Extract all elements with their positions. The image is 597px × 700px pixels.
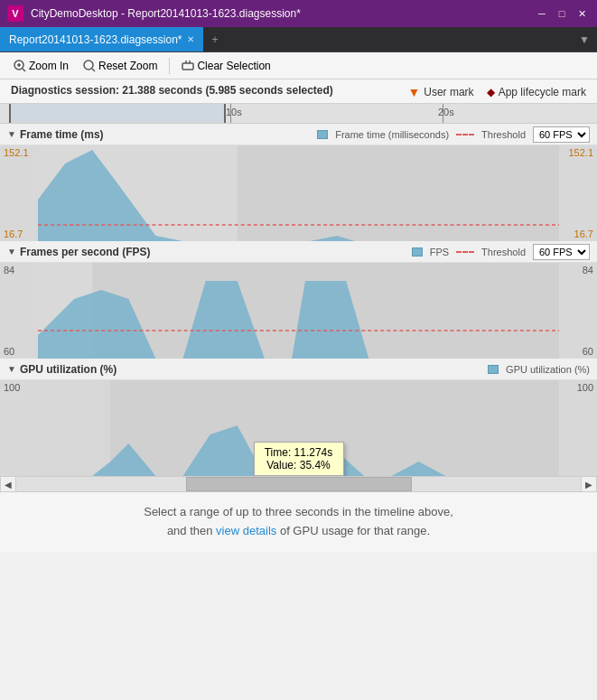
frame-time-svg — [38, 145, 559, 241]
zoom-in-button[interactable]: Zoom In — [7, 57, 75, 75]
info-bar: Diagnostics session: 21.388 seconds (5.9… — [0, 79, 597, 104]
gpu-title: ▼ GPU utilization (%) — [7, 363, 117, 376]
zoom-in-icon — [14, 60, 26, 72]
fps-svg — [38, 263, 559, 359]
gpu-legend: GPU utilization (%) — [488, 364, 590, 375]
tab-scroll-button[interactable]: ▼ — [572, 27, 597, 51]
frame-time-header: ▼ Frame time (ms) Frame time (millisecon… — [0, 124, 597, 145]
gpu-legend-box — [488, 365, 499, 374]
frame-time-y-bottom: 16.7 — [4, 229, 34, 239]
tab-bar: Report20141013-1623.diagsession* ✕ + ▼ — [0, 27, 597, 52]
title-bar: V CityDemoDesktop - Report20141013-1623.… — [0, 0, 597, 27]
toolbar: Zoom In Reset Zoom Clear Selection — [0, 52, 597, 79]
fps-y-mid-right: 60 — [563, 346, 593, 357]
frame-time-title: ▼ Frame time (ms) — [7, 128, 104, 141]
svg-line-5 — [92, 69, 95, 71]
user-mark-legend: ▼ User mark — [407, 85, 473, 99]
session-info: Diagnostics session: 21.388 seconds (5.9… — [11, 83, 333, 98]
user-mark-label: User mark — [424, 86, 473, 98]
tab-close-button[interactable]: ✕ — [187, 34, 194, 44]
vs-icon: V — [7, 5, 23, 22]
gpu-header: ▼ GPU utilization (%) GPU utilization (%… — [0, 359, 597, 380]
scrollbar[interactable]: ◀ ▶ — [0, 476, 597, 492]
scroll-track[interactable] — [16, 477, 581, 491]
view-details-link[interactable]: view details — [216, 524, 276, 537]
gpu-y-top: 100 — [4, 382, 34, 393]
fps-header: ▼ Frames per second (FPS) FPS Threshold … — [0, 241, 597, 263]
svg-line-3 — [23, 69, 25, 71]
frame-time-legend-box — [317, 130, 328, 139]
frame-time-y-top-right: 152.1 — [563, 147, 593, 158]
fps-threshold-icon — [456, 251, 474, 253]
gpu-y-left: 100 — [0, 380, 38, 476]
fps-body: 84 60 84 60 — [0, 263, 597, 359]
app-lifecycle-label: App lifecycle mark — [499, 86, 586, 98]
reset-zoom-label: Reset Zoom — [98, 60, 157, 72]
scroll-thumb[interactable] — [186, 477, 412, 491]
clear-selection-button[interactable]: Clear Selection — [175, 57, 276, 75]
frame-time-y-bottom-right: 16.7 — [563, 229, 593, 239]
gpu-body: 100 100 Time: 11.274s Value: 35.4% — [0, 380, 597, 476]
fps-collapse[interactable]: ▼ — [7, 247, 16, 257]
frame-time-y-left: 152.1 16.7 — [0, 145, 38, 241]
bottom-line2: and then view details of GPU usage for t… — [18, 522, 579, 541]
minimize-button[interactable]: ─ — [534, 5, 550, 22]
active-tab[interactable]: Report20141013-1623.diagsession* ✕ — [0, 27, 204, 51]
bottom-description: Select a range of up to three seconds in… — [0, 492, 597, 552]
fps-y-left: 84 60 — [0, 263, 38, 359]
svg-rect-6 — [182, 63, 193, 70]
gpu-y-right: 100 — [559, 380, 597, 476]
frame-time-fps-select[interactable]: 60 FPS 30 FPS — [533, 126, 590, 143]
frame-time-collapse[interactable]: ▼ — [7, 129, 16, 139]
tab-label: Report20141013-1623.diagsession* — [9, 33, 182, 46]
threshold-dashed-icon — [456, 134, 474, 135]
ruler-label-10s: 10s — [226, 107, 242, 117]
bottom-line1: Select a range of up to three seconds in… — [18, 503, 579, 522]
selection-region — [9, 104, 226, 123]
gpu-y-top-right: 100 — [563, 382, 593, 393]
legend: ▼ User mark ◆ App lifecycle mark — [407, 83, 586, 99]
clear-selection-label: Clear Selection — [197, 60, 270, 72]
frame-time-body: 152.1 16.7 152.1 16.7 — [0, 145, 597, 241]
tooltip-value: Value: 35.4% — [264, 459, 334, 471]
fps-y-right: 84 60 — [559, 263, 597, 359]
window-controls: ─ □ ✕ — [534, 5, 590, 22]
frame-time-panel: ▼ Frame time (ms) Frame time (millisecon… — [0, 124, 597, 241]
timeline-ruler[interactable]: 10s 20s — [0, 104, 597, 124]
app-lifecycle-icon: ◆ — [487, 86, 495, 98]
scroll-left-button[interactable]: ◀ — [0, 476, 16, 492]
toolbar-separator — [169, 58, 170, 74]
fps-title: ▼ Frames per second (FPS) — [7, 246, 151, 258]
gpu-panel: ▼ GPU utilization (%) GPU utilization (%… — [0, 359, 597, 476]
reset-zoom-icon — [83, 60, 96, 72]
window-title: CityDemoDesktop - Report20141013-1623.di… — [31, 7, 527, 20]
fps-panel: ▼ Frames per second (FPS) FPS Threshold … — [0, 241, 597, 359]
ruler-label-20s: 20s — [438, 107, 454, 117]
gpu-collapse[interactable]: ▼ — [7, 364, 16, 374]
zoom-in-label: Zoom In — [29, 60, 69, 72]
user-mark-icon: ▼ — [407, 85, 420, 99]
svg-rect-18 — [38, 380, 110, 476]
chart-tooltip: Time: 11.274s Value: 35.4% — [254, 442, 344, 476]
reset-zoom-button[interactable]: Reset Zoom — [77, 57, 163, 75]
clear-selection-icon — [182, 60, 194, 72]
frame-time-y-top: 152.1 — [4, 147, 34, 158]
app-lifecycle-legend: ◆ App lifecycle mark — [487, 86, 586, 98]
fps-y-top: 84 — [4, 265, 34, 275]
fps-y-mid: 60 — [4, 346, 34, 357]
maximize-button[interactable]: □ — [554, 5, 570, 22]
fps-legend-box — [412, 247, 423, 257]
fps-y-top-right: 84 — [563, 265, 593, 275]
svg-point-4 — [84, 61, 93, 70]
scroll-right-button[interactable]: ▶ — [581, 476, 597, 492]
frame-time-y-right: 152.1 16.7 — [559, 145, 597, 241]
tab-add-button[interactable]: + — [204, 27, 225, 51]
tooltip-time: Time: 11.274s — [264, 446, 334, 459]
frame-time-legend: Frame time (milliseconds) Threshold 60 F… — [317, 126, 590, 143]
fps-fps-select[interactable]: 60 FPS 30 FPS — [533, 244, 590, 260]
close-button[interactable]: ✕ — [574, 5, 590, 22]
fps-legend: FPS Threshold 60 FPS 30 FPS — [412, 244, 590, 260]
